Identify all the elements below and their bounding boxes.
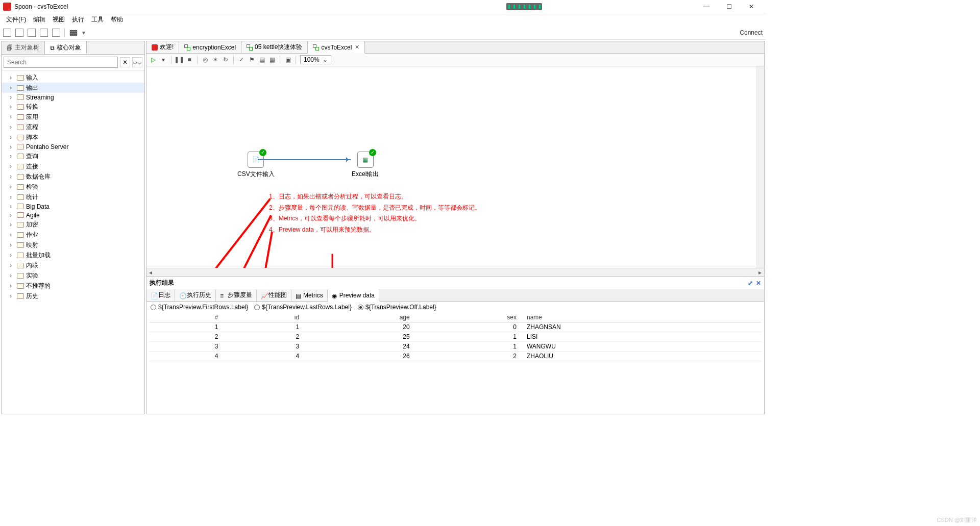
folder-icon bbox=[17, 124, 24, 130]
explore-icon[interactable] bbox=[28, 29, 36, 37]
tree-item[interactable]: ›输出 bbox=[2, 83, 144, 93]
table-row[interactable]: 44262ZHAOLIU bbox=[150, 352, 761, 361]
replay-icon[interactable]: ↻ bbox=[222, 56, 229, 63]
new-icon[interactable] bbox=[3, 29, 11, 37]
tree-item[interactable]: ›Streaming bbox=[2, 93, 144, 102]
show-results-icon[interactable]: ▣ bbox=[284, 56, 291, 63]
tab-icon: 📈 bbox=[261, 292, 267, 298]
stop-icon[interactable]: ■ bbox=[186, 56, 193, 63]
results-tab[interactable]: 📄日志 bbox=[146, 289, 175, 301]
document-tab[interactable]: cvsToExcel✕ bbox=[308, 41, 365, 54]
column-header[interactable]: id bbox=[223, 313, 304, 322]
tree-item[interactable]: ›批量加载 bbox=[2, 250, 144, 260]
document-tab[interactable]: 欢迎! bbox=[146, 41, 179, 53]
tree-item[interactable]: ›Agile bbox=[2, 211, 144, 219]
table-row[interactable]: 11200ZHAGNSAN bbox=[150, 322, 761, 332]
tree-item[interactable]: ›作业 bbox=[2, 230, 144, 240]
vertical-scrollbar[interactable] bbox=[756, 66, 764, 268]
step-csv-input[interactable]: 📄✓ CSV文件输入 bbox=[237, 152, 275, 179]
tree-item[interactable]: ›转换 bbox=[2, 102, 144, 112]
step-excel-output[interactable]: ▦✓ Excel输出 bbox=[352, 152, 379, 179]
menu-help[interactable]: 帮助 bbox=[108, 14, 126, 25]
column-header[interactable]: name bbox=[522, 313, 761, 322]
menu-file[interactable]: 文件(F) bbox=[3, 14, 29, 25]
horizontal-scrollbar[interactable]: ◂ ▸ bbox=[146, 268, 764, 276]
tree-item[interactable]: ›统计 bbox=[2, 192, 144, 202]
connect-link[interactable]: Connect bbox=[740, 29, 763, 36]
tree-item[interactable]: ›脚本 bbox=[2, 132, 144, 142]
pause-icon[interactable]: ❚❚ bbox=[176, 56, 183, 63]
results-tab[interactable]: 📈性能图 bbox=[257, 289, 291, 301]
impact-icon[interactable]: ⚑ bbox=[248, 56, 255, 63]
column-header[interactable]: sex bbox=[415, 313, 522, 322]
expand-all-icon[interactable]: ▭▭ bbox=[132, 57, 142, 67]
tree-label: Big Data bbox=[26, 203, 50, 210]
run-icon[interactable]: ▷ bbox=[150, 56, 157, 63]
tree-item[interactable]: ›流程 bbox=[2, 122, 144, 132]
close-tab-icon[interactable]: ✕ bbox=[355, 44, 359, 51]
tab-label: 步骤度量 bbox=[228, 291, 252, 299]
caret-icon: › bbox=[10, 123, 15, 131]
close-button[interactable]: ✕ bbox=[740, 0, 763, 13]
column-header[interactable]: # bbox=[150, 313, 223, 322]
caret-icon: › bbox=[10, 241, 15, 248]
maximize-panel-icon[interactable]: ⤢ bbox=[748, 280, 753, 287]
debug-icon[interactable]: ✶ bbox=[212, 56, 219, 63]
save-icon[interactable] bbox=[40, 29, 48, 37]
saveas-icon[interactable] bbox=[52, 29, 60, 37]
scroll-right-icon[interactable]: ▸ bbox=[756, 268, 764, 277]
results-tab[interactable]: ≡步骤度量 bbox=[216, 289, 257, 301]
minimize-button[interactable]: — bbox=[695, 0, 718, 13]
tree-item[interactable]: ›实验 bbox=[2, 270, 144, 281]
table-row[interactable]: 33241WANGWU bbox=[150, 342, 761, 352]
tree-item[interactable]: ›查询 bbox=[2, 151, 144, 161]
object-tree[interactable]: ›输入›输出›Streaming›转换›应用›流程›脚本›Pentaho Ser… bbox=[2, 70, 144, 414]
radio-firstrows[interactable] bbox=[151, 305, 156, 310]
results-tab[interactable]: 🕘执行历史 bbox=[175, 289, 216, 301]
search-input[interactable] bbox=[4, 57, 118, 68]
run-options-icon[interactable]: ▾ bbox=[160, 56, 167, 63]
tree-item[interactable]: ›映射 bbox=[2, 240, 144, 250]
column-header[interactable]: age bbox=[304, 313, 415, 322]
explore-db-icon[interactable]: ▦ bbox=[268, 56, 276, 63]
scroll-left-icon[interactable]: ◂ bbox=[146, 268, 155, 277]
sql-icon[interactable]: ▤ bbox=[258, 56, 265, 63]
menu-run[interactable]: 执行 bbox=[69, 14, 87, 25]
zoom-selector[interactable]: 100%⌄ bbox=[300, 55, 331, 64]
radio-lastrows[interactable] bbox=[254, 305, 260, 310]
tab-main-tree[interactable]: 🗐主对象树 bbox=[2, 41, 45, 54]
maximize-button[interactable]: ☐ bbox=[718, 0, 740, 13]
clear-search-icon[interactable]: ✕ bbox=[120, 57, 130, 67]
menu-view[interactable]: 视图 bbox=[50, 14, 68, 25]
tree-item[interactable]: ›内联 bbox=[2, 260, 144, 270]
canvas[interactable]: 📄✓ CSV文件输入 ▦✓ Excel输出 1、日志，如果出错或者分析过程，可以… bbox=[146, 66, 764, 268]
menu-tools[interactable]: 工具 bbox=[88, 14, 107, 25]
tab-core-objects[interactable]: ⧉核心对象 bbox=[45, 41, 87, 54]
main-toolbar: ▾ Connect bbox=[0, 26, 766, 40]
close-panel-icon[interactable]: ✕ bbox=[756, 280, 761, 287]
tree-item[interactable]: ›检验 bbox=[2, 182, 144, 192]
perspective-icon[interactable] bbox=[69, 29, 78, 36]
hop-arrow[interactable] bbox=[258, 159, 351, 160]
tree-item[interactable]: ›输入 bbox=[2, 72, 144, 83]
document-tab[interactable]: 05 kettle快速体验 bbox=[241, 41, 308, 53]
document-tab[interactable]: encryptionExcel bbox=[179, 41, 241, 53]
verify-icon[interactable]: ✓ bbox=[238, 56, 245, 63]
tree-item[interactable]: ›不推荐的 bbox=[2, 281, 144, 291]
radio-off[interactable] bbox=[358, 305, 363, 310]
tree-item[interactable]: ›连接 bbox=[2, 161, 144, 171]
results-tab[interactable]: ◉Preview data bbox=[328, 289, 379, 302]
preview-icon[interactable]: ◎ bbox=[202, 56, 209, 63]
tree-item[interactable]: ›加密 bbox=[2, 219, 144, 230]
tree-item[interactable]: ›历史 bbox=[2, 291, 144, 301]
tree-item[interactable]: ›Pentaho Server bbox=[2, 142, 144, 151]
tree-item[interactable]: ›应用 bbox=[2, 112, 144, 122]
menu-edit[interactable]: 编辑 bbox=[30, 14, 48, 25]
tab-label: 05 kettle快速体验 bbox=[255, 43, 302, 52]
tab-icon: 🕘 bbox=[179, 292, 185, 298]
open-icon[interactable] bbox=[15, 29, 23, 37]
results-tab[interactable]: ▤Metrics bbox=[291, 289, 328, 301]
tree-item[interactable]: ›数据仓库 bbox=[2, 171, 144, 182]
table-row[interactable]: 22251LISI bbox=[150, 332, 761, 342]
tree-item[interactable]: ›Big Data bbox=[2, 202, 144, 211]
